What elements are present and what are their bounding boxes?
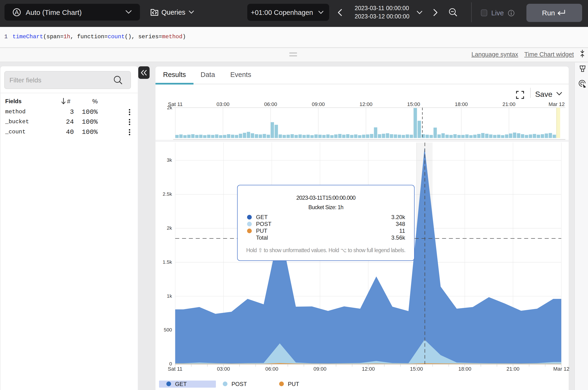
svg-text:A: A [15, 9, 19, 16]
